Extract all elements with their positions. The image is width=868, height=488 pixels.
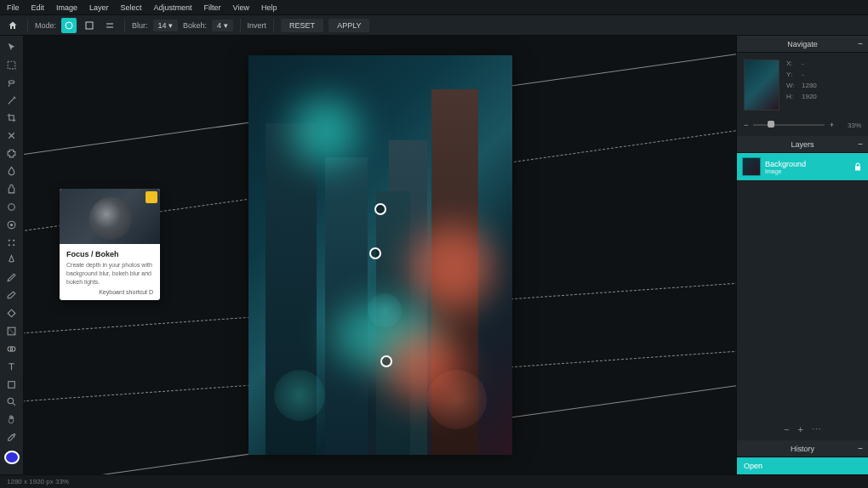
layers-panel-header[interactable]: Layers − (737, 136, 868, 153)
liquify-tool-icon[interactable] (3, 163, 21, 179)
layer-thumbnail[interactable] (742, 157, 761, 176)
focus-handle[interactable] (380, 355, 392, 367)
menu-layer[interactable]: Layer (89, 3, 109, 12)
tooltip-preview (60, 189, 160, 244)
mode-tilt-icon[interactable] (102, 18, 117, 33)
zoom-slider-handle[interactable] (768, 121, 774, 128)
lock-icon[interactable] (853, 162, 863, 172)
menubar: File Edit Image Layer Select Adjustment … (0, 0, 868, 15)
image-content (427, 370, 487, 429)
mode-radial-icon[interactable] (61, 18, 77, 33)
y-label: Y: (786, 71, 797, 78)
foreground-color[interactable] (4, 451, 20, 464)
menu-adjustment[interactable]: Adjustment (154, 3, 192, 12)
focus-tool-icon[interactable] (3, 217, 21, 233)
add-layer-icon[interactable]: + (798, 424, 803, 435)
w-value: 1280 (802, 82, 817, 89)
reset-button[interactable]: RESET (281, 19, 323, 32)
tooltip-title: Focus / Bokeh (66, 250, 153, 258)
wand-tool-icon[interactable] (3, 93, 21, 109)
clone-tool-icon[interactable] (3, 181, 21, 197)
tooltip-description: Create depth in your photos with backgro… (66, 261, 153, 286)
svg-point-6 (9, 239, 10, 241)
zoom-slider-row: − + 33% (737, 117, 868, 136)
svg-point-8 (9, 244, 10, 246)
svg-rect-13 (9, 381, 15, 388)
heal-tool-icon[interactable] (3, 145, 21, 162)
layers-title: Layers (791, 140, 814, 149)
history-list: Open (737, 457, 868, 474)
tooltip-shortcut: Keyboard shortcut D (66, 289, 153, 295)
history-panel-header[interactable]: History − (737, 440, 868, 457)
zoom-slider[interactable] (753, 124, 824, 126)
blur-select[interactable]: 14 ▾ (153, 20, 179, 31)
bokeh-select[interactable]: 4 ▾ (212, 20, 233, 31)
menu-select[interactable]: Select (121, 3, 142, 12)
menu-help[interactable]: Help (261, 3, 277, 12)
cut-tool-icon[interactable] (3, 128, 21, 144)
tool-tooltip: Focus / Bokeh Create depth in your photo… (60, 189, 160, 300)
layers-list: Background Image (737, 153, 868, 419)
app-window: File Edit Image Layer Select Adjustment … (0, 0, 868, 488)
svg-point-9 (13, 244, 14, 246)
layers-footer: − + ⋯ (737, 419, 868, 440)
svg-rect-2 (8, 61, 15, 69)
layer-options-icon[interactable]: ⋯ (812, 424, 821, 435)
layer-type: Image (765, 168, 848, 174)
text-tool-icon[interactable] (3, 359, 21, 375)
svg-point-3 (9, 204, 15, 211)
apply-button[interactable]: APPLY (328, 19, 369, 32)
canvas-image[interactable] (248, 55, 512, 455)
blur-tool-icon[interactable] (3, 199, 21, 215)
navigator-thumbnail[interactable] (744, 60, 779, 111)
draw-tool-icon[interactable] (3, 270, 21, 286)
collapse-icon[interactable]: − (858, 139, 863, 149)
crop-tool-icon[interactable] (3, 111, 21, 127)
zoom-tool-icon[interactable] (3, 394, 21, 411)
collapse-icon[interactable]: − (858, 444, 863, 453)
fill-tool-icon[interactable] (3, 305, 21, 321)
replace-color-tool-icon[interactable] (3, 341, 21, 357)
pen-tool-icon[interactable] (3, 253, 21, 269)
canvas-area[interactable]: Focus / Bokeh Create depth in your photo… (24, 36, 736, 474)
right-panel: Navigate − X:- Y:- W:1280 H:1920 − + 33% (736, 36, 868, 474)
delete-layer-icon[interactable]: − (784, 424, 789, 435)
hand-tool-icon[interactable] (3, 411, 21, 428)
picker-tool-icon[interactable] (3, 429, 21, 445)
history-item[interactable]: Open (737, 457, 868, 474)
premium-badge-icon (146, 191, 157, 203)
navigate-title: Navigate (787, 40, 818, 48)
menu-view[interactable]: View (233, 3, 249, 12)
pointer-tool-icon[interactable] (3, 39, 21, 55)
navigate-panel-header[interactable]: Navigate − (737, 36, 868, 53)
layer-name: Background (765, 160, 848, 168)
home-icon[interactable] (5, 18, 20, 33)
x-label: X: (786, 60, 797, 67)
menu-edit[interactable]: Edit (31, 3, 45, 12)
disperse-tool-icon[interactable] (3, 235, 21, 251)
history-title: History (791, 445, 814, 453)
separator (124, 19, 125, 32)
menu-filter[interactable]: Filter (204, 3, 221, 12)
zoom-out-icon[interactable]: − (744, 121, 748, 129)
zoom-in-icon[interactable]: + (830, 121, 834, 129)
svg-point-14 (8, 399, 14, 405)
svg-point-5 (10, 224, 13, 226)
layer-item[interactable]: Background Image (737, 153, 868, 180)
x-value: - (802, 60, 804, 67)
main-area: Focus / Bokeh Create depth in your photo… (0, 36, 868, 474)
marquee-tool-icon[interactable] (3, 57, 21, 73)
eraser-tool-icon[interactable] (3, 287, 21, 304)
w-label: W: (786, 82, 797, 89)
lasso-tool-icon[interactable] (3, 75, 21, 91)
mode-linear-icon[interactable] (82, 18, 97, 33)
collapse-icon[interactable]: − (858, 39, 863, 48)
focus-handle[interactable] (369, 247, 381, 259)
svg-point-0 (66, 22, 72, 29)
shape-tool-icon[interactable] (3, 377, 21, 393)
menu-file[interactable]: File (7, 3, 20, 12)
invert-toggle[interactable]: Invert (248, 21, 267, 30)
menu-image[interactable]: Image (56, 3, 77, 12)
gradient-tool-icon[interactable] (3, 323, 21, 339)
navigator-info: X:- Y:- W:1280 H:1920 (786, 60, 817, 100)
